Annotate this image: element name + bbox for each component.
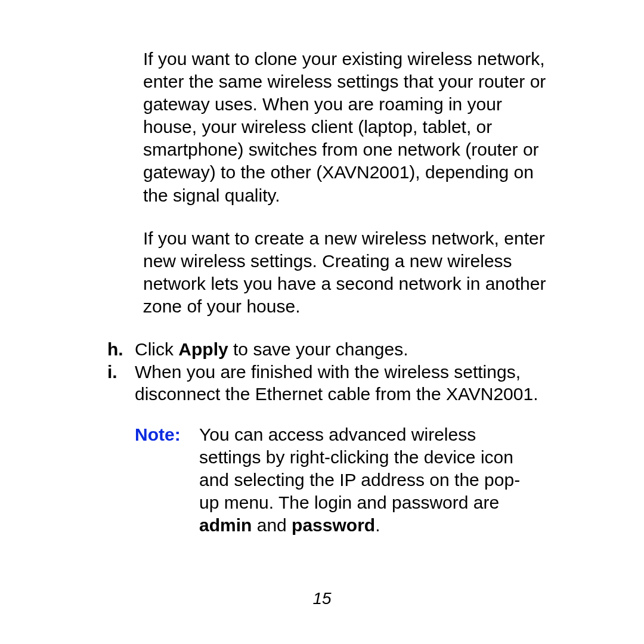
- apply-label: Apply: [178, 339, 228, 359]
- paragraph-new-network: If you want to create a new wireless net…: [107, 227, 561, 318]
- list-text-h: Click Apply to save your changes.: [135, 338, 561, 361]
- list-item-i: i. When you are finished with the wirele…: [107, 361, 561, 405]
- list-h-post: to save your changes.: [228, 339, 408, 359]
- note-password: password: [292, 515, 375, 535]
- list-text-i: When you are finished with the wireless …: [135, 361, 561, 405]
- note-pre: You can access advanced wireless setting…: [199, 425, 520, 512]
- list-item-h: h. Click Apply to save your changes.: [107, 338, 561, 361]
- note-post: .: [375, 515, 380, 535]
- note-label-text: Note:: [135, 425, 181, 444]
- list-h-pre: Click: [135, 339, 178, 359]
- page-number: 15: [0, 589, 644, 608]
- note-label: Note:: [135, 423, 199, 537]
- document-page: If you want to clone your existing wirel…: [0, 0, 644, 644]
- list-marker-h: h.: [107, 338, 135, 361]
- note-text: You can access advanced wireless setting…: [199, 423, 521, 537]
- note-mid: and: [252, 515, 292, 535]
- note-admin: admin: [199, 515, 252, 535]
- paragraph-clone-network: If you want to clone your existing wirel…: [107, 48, 561, 207]
- note-block: Note: You can access advanced wireless s…: [107, 423, 561, 537]
- list-marker-i: i.: [107, 361, 135, 405]
